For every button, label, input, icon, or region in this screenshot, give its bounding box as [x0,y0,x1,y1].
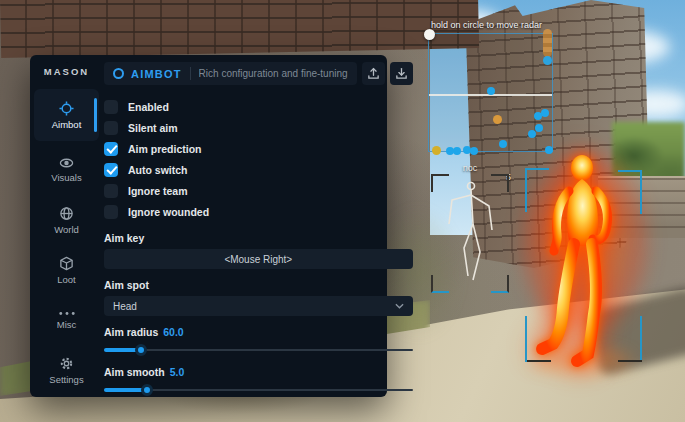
sidebar-item-label: World [54,224,79,235]
sidebar-item-label: Loot [57,274,76,285]
section-title: AIMBOT [131,68,182,80]
crosshair-icon [59,101,74,116]
sidebar-item-settings[interactable]: Settings [34,347,99,393]
brick-wall-top [0,0,479,58]
sidebar-item-aimbot[interactable]: Aimbot [34,89,99,141]
section-header: AIMBOT Rich configuration and fine-tunin… [104,62,357,85]
sidebar: MASON Aimbot Visuals [30,55,103,397]
brand-name: MASON [44,66,89,77]
sidebar-item-loot[interactable]: Loot [34,247,99,293]
sidebar-item-label: Misc [57,319,77,330]
sidebar-item-label: Aimbot [52,119,82,130]
aim-spot-label: Aim spot [104,279,413,291]
aim-spot-value: Head [113,301,137,312]
checkbox-row-aim-prediction[interactable]: Aim prediction [104,138,413,159]
indicator-dot [543,56,552,65]
aim-smooth-slider[interactable] [104,384,413,396]
export-config-button[interactable] [362,62,385,85]
radar-dot [493,115,502,124]
checkbox[interactable] [104,205,118,219]
radar-dot [545,146,553,154]
checkbox-label: Auto switch [128,164,188,176]
checkbox-label: Ignore wounded [128,206,209,218]
radar-dot [453,147,461,155]
checkbox-row-auto-switch[interactable]: Auto switch [104,159,413,180]
slider-thumb[interactable] [141,384,153,396]
checkbox-label: Aim prediction [128,143,202,155]
checkbox[interactable] [104,142,118,156]
checkbox-label: Silent aim [128,122,178,134]
checkbox-row-enabled[interactable]: Enabled [104,96,413,117]
sidebar-nav: Aimbot Visuals World [30,89,103,397]
import-config-button[interactable] [390,62,413,85]
radar-dot [487,87,495,95]
chevron-down-icon [395,303,404,309]
sidebar-item-label: Visuals [51,172,81,183]
skeleton-brackets [431,174,509,293]
checkbox-row-ignore-team[interactable]: Ignore team [104,180,413,201]
aim-spot-select[interactable]: Head [104,296,413,316]
radar-overlay: hold on circle to move radar [428,33,553,152]
indicator-capsule [543,29,552,57]
upload-icon [367,67,380,80]
sidebar-item-label: Settings [49,374,83,385]
skeleton-esp: noc 5 [431,163,509,293]
checkbox-list: Enabled Silent aim Aim prediction Auto s… [104,96,413,222]
radar-dot [541,109,549,117]
radar-dot [470,147,478,155]
mason-logo-icon [45,62,89,63]
ellipsis-icon [59,311,75,316]
panel-content: AIMBOT Rich configuration and fine-tunin… [103,55,423,397]
radar-dot [528,130,536,138]
download-icon [395,67,408,80]
slider-rail [104,349,413,351]
active-indicator [94,98,97,132]
checkbox-label: Enabled [128,101,169,113]
checkbox[interactable] [104,121,118,135]
cheat-menu-panel: MASON Aimbot Visuals [30,55,387,397]
aim-radius-value: 60.0 [163,326,183,338]
sidebar-item-visuals[interactable]: Visuals [34,147,99,193]
slider-thumb[interactable] [135,344,147,356]
checkbox-row-silent-aim[interactable]: Silent aim [104,117,413,138]
checkbox[interactable] [104,100,118,114]
skeleton-bones [440,178,500,290]
radar-dot [499,140,507,148]
aim-smooth-label: Aim smooth [104,366,165,378]
esp-player-name: noc [431,163,509,173]
checkbox-label: Ignore team [128,185,188,197]
aim-key-button[interactable]: <Mouse Right> [104,249,413,269]
sidebar-item-world[interactable]: World [34,197,99,243]
globe-icon [59,206,74,221]
radar-hint-text: hold on circle to move radar [431,20,542,30]
sidebar-item-misc[interactable]: Misc [34,297,99,343]
radar-drag-handle[interactable] [424,29,435,40]
aimbot-ring-icon [113,68,124,79]
header-divider [190,67,191,80]
aim-radius-label: Aim radius [104,326,158,338]
checkbox[interactable] [104,184,118,198]
aim-smooth-value: 5.0 [170,366,185,378]
aim-radius-slider[interactable] [104,344,413,356]
radar-dot [432,146,441,155]
aim-key-label: Aim key [104,232,413,244]
gear-icon [59,356,74,371]
player-body [518,138,652,374]
checkbox-row-ignore-wounded[interactable]: Ignore wounded [104,201,413,222]
highlighted-player-model [518,138,652,374]
game-viewport: noc 5 hold on circle to move radar [0,0,685,422]
eye-icon [59,157,74,169]
checkbox[interactable] [104,163,118,177]
section-subtitle: Rich configuration and fine-tuning [199,68,348,79]
box-icon [59,256,74,271]
radar-dot [535,124,543,132]
